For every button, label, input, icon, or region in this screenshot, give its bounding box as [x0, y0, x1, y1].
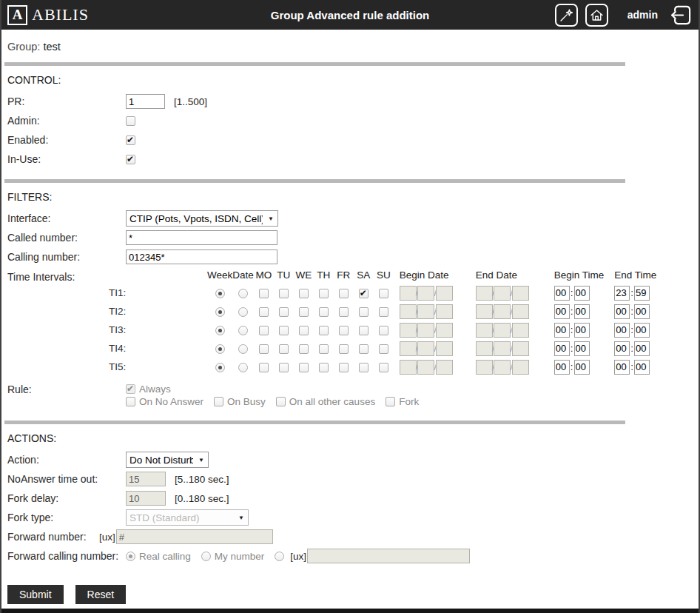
ti-day-sa-checkbox[interactable]: [359, 326, 368, 335]
fork-delay-row: Fork delay: [0..180 sec.]: [7, 489, 699, 508]
ti-end-time-minute-input[interactable]: [634, 304, 650, 319]
ti-day-tu-checkbox[interactable]: [279, 326, 289, 335]
rule-on-all-other-causes-checkbox[interactable]: [276, 397, 286, 406]
ti-day-su-checkbox[interactable]: [379, 307, 388, 317]
ti-day-sa-checkbox[interactable]: [359, 289, 368, 298]
time-interval-row: TI3:////::: [109, 321, 656, 339]
ti-day-su-checkbox[interactable]: [379, 326, 388, 335]
time-intervals-label: Time Intervals:: [7, 269, 109, 283]
ti-day-th-checkbox[interactable]: [319, 307, 329, 317]
ti-day-fr-checkbox[interactable]: [339, 307, 349, 317]
ti-day-th-checkbox[interactable]: [319, 326, 329, 335]
ti-day-mo-checkbox[interactable]: [259, 307, 269, 317]
ti-date-radio[interactable]: [238, 344, 248, 354]
ti-day-su-checkbox[interactable]: [379, 344, 388, 354]
ti-day-fr-checkbox[interactable]: [339, 363, 349, 372]
ti-end-time-hour-input[interactable]: [614, 286, 630, 301]
ti-week-radio[interactable]: [215, 344, 225, 354]
rule-fork-checkbox[interactable]: [386, 397, 395, 406]
submit-button[interactable]: Submit: [7, 585, 64, 604]
ti-day-tu-checkbox[interactable]: [279, 344, 289, 354]
rule-on-no-answer-checkbox[interactable]: [126, 397, 135, 406]
ti-day-su-checkbox[interactable]: [379, 289, 388, 298]
ti-begin-time-minute-input[interactable]: [574, 304, 590, 319]
ti-end-time-hour-input[interactable]: [614, 323, 630, 338]
ti-day-we-checkbox[interactable]: [299, 344, 309, 354]
ti-begin-time-minute-input[interactable]: [574, 360, 590, 375]
ti-col-end-time: End Time: [604, 269, 656, 284]
pr-input[interactable]: [126, 94, 165, 109]
ti-day-tu-checkbox[interactable]: [279, 289, 289, 298]
noanswer-timeout-input: [126, 472, 166, 486]
ti-date-radio[interactable]: [238, 289, 248, 298]
ti-day-fr-checkbox[interactable]: [339, 326, 349, 335]
ti-begin-date-part-input: [417, 286, 434, 301]
ti-day-fr-checkbox[interactable]: [339, 344, 349, 354]
abilis-logo[interactable]: A ABILIS: [7, 5, 89, 25]
ti-day-we-checkbox[interactable]: [299, 363, 309, 372]
ti-begin-time-hour-input[interactable]: [554, 323, 570, 338]
ti-end-time-minute-input[interactable]: [634, 341, 650, 356]
ti-end-date-part-input: [494, 323, 511, 338]
rule-always-checkbox: [126, 384, 135, 394]
ti-day-th-checkbox[interactable]: [319, 344, 329, 354]
group-value: test: [43, 41, 60, 53]
ti-date-radio[interactable]: [238, 307, 248, 317]
called-number-label: Called number:: [7, 232, 126, 244]
ti-day-tu-checkbox[interactable]: [279, 363, 289, 372]
ti-date-radio[interactable]: [238, 326, 248, 335]
ti-day-su-checkbox[interactable]: [379, 363, 388, 372]
fork-delay-hint: [0..180 sec.]: [175, 493, 229, 504]
ti-col-week: Week: [207, 269, 232, 284]
ti-end-time-minute-input[interactable]: [634, 360, 650, 375]
ti-day-fr-checkbox[interactable]: [339, 289, 349, 298]
section-divider: [4, 421, 625, 424]
ti-date-radio[interactable]: [238, 363, 248, 372]
ti-begin-time-hour-input[interactable]: [554, 360, 570, 375]
ti-week-radio[interactable]: [215, 289, 225, 298]
inuse-checkbox[interactable]: [126, 155, 135, 164]
ti-begin-time-hour-input[interactable]: [554, 304, 570, 319]
ti-end-time-minute-input[interactable]: [634, 323, 650, 338]
ti-end-time-hour-input[interactable]: [614, 360, 630, 375]
ti-day-sa-checkbox[interactable]: [359, 344, 368, 354]
interface-select[interactable]: CTIP (Pots, Vpots, ISDN, Cell): [126, 210, 278, 227]
ti-begin-time-minute-input[interactable]: [574, 341, 590, 356]
admin-checkbox[interactable]: [126, 116, 135, 126]
rule-row: Rule: Always On No Answer On Busy On all…: [7, 382, 699, 409]
logged-user-label: admin: [627, 9, 658, 21]
ti-begin-time-hour-input[interactable]: [554, 286, 570, 301]
ti-day-we-checkbox[interactable]: [299, 307, 309, 317]
ti-day-we-checkbox[interactable]: [299, 289, 309, 298]
home-icon[interactable]: [585, 4, 608, 27]
ti-end-time-hour-input[interactable]: [614, 341, 630, 356]
ti-row-label: TI1:: [109, 284, 207, 302]
called-number-input[interactable]: [126, 230, 277, 245]
ti-end-time-hour-input[interactable]: [614, 304, 630, 319]
ti-week-radio[interactable]: [215, 363, 225, 372]
ti-day-mo-checkbox[interactable]: [259, 326, 269, 335]
ti-week-radio[interactable]: [215, 326, 225, 335]
ti-day-mo-checkbox[interactable]: [259, 289, 269, 298]
wizard-wand-icon[interactable]: [555, 4, 578, 27]
reset-button[interactable]: Reset: [75, 585, 127, 604]
action-row: Action: Do Not Disturb: [7, 450, 699, 469]
ti-day-mo-checkbox[interactable]: [259, 344, 269, 354]
ti-end-time-minute-input[interactable]: [634, 286, 650, 301]
ti-day-sa-checkbox[interactable]: [359, 307, 368, 317]
calling-number-input[interactable]: [126, 249, 277, 264]
ti-begin-time-hour-input[interactable]: [554, 341, 570, 356]
ti-day-tu-checkbox[interactable]: [279, 307, 289, 317]
ti-day-mo-checkbox[interactable]: [259, 363, 269, 372]
logout-icon[interactable]: [670, 4, 693, 27]
ti-day-sa-checkbox[interactable]: [359, 363, 368, 372]
enabled-checkbox[interactable]: [126, 135, 135, 145]
ti-day-th-checkbox[interactable]: [319, 363, 329, 372]
ti-begin-time-minute-input[interactable]: [574, 286, 590, 301]
ti-begin-time-minute-input[interactable]: [574, 323, 590, 338]
action-select[interactable]: Do Not Disturb: [126, 452, 209, 468]
ti-day-we-checkbox[interactable]: [299, 326, 309, 335]
ti-day-th-checkbox[interactable]: [319, 289, 329, 298]
rule-on-busy-checkbox[interactable]: [214, 397, 223, 406]
ti-week-radio[interactable]: [215, 307, 225, 317]
